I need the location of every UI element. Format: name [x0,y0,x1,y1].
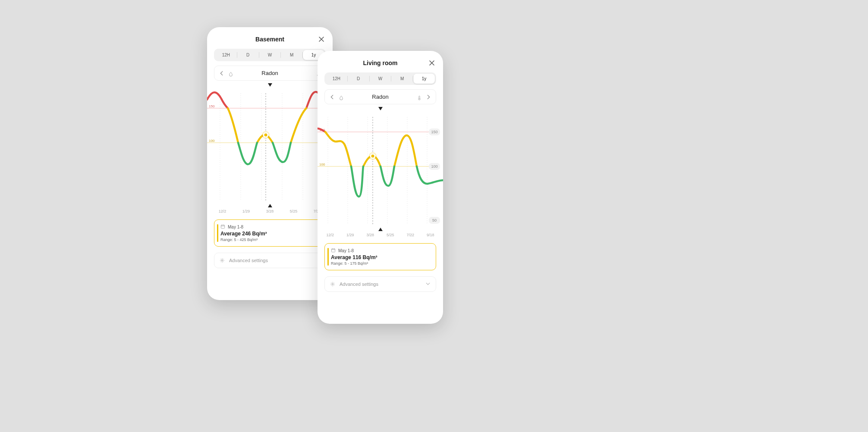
radon-line-chart[interactable]: 150 100 150 100 50 [318,110,443,231]
metric-selector: Radon [214,66,326,81]
advanced-settings-label: Advanced settings [229,258,268,263]
tab-d[interactable]: D [237,50,259,60]
humidity-icon [228,71,233,76]
y-badge: 100 [431,164,437,169]
screen-title: Basement [255,36,284,43]
x-label: 12/2 [326,233,334,237]
metric-title: Radon [372,94,388,100]
metric-selector: Radon [324,89,436,104]
metric-title: Radon [261,70,278,76]
tab-1y[interactable]: 1y [413,74,435,84]
calendar-icon [220,224,226,229]
summary-range: Range: 5 - 175 Bq/m³ [331,261,431,266]
x-axis-labels: 12/2 1/29 3/28 5/25 7/22 9/18 [320,233,440,237]
advanced-settings-button[interactable]: Advanced settings [214,253,326,268]
calendar-icon [331,248,336,253]
tab-12h[interactable]: 12H [215,50,237,60]
marker-top-icon [378,107,383,110]
tab-w[interactable]: W [370,74,391,84]
tab-d[interactable]: D [348,74,369,84]
tab-m[interactable]: M [281,50,302,60]
summary-date-label: May 1-8 [338,248,354,253]
x-label: 1/29 [242,209,250,213]
svg-rect-32 [331,249,335,252]
summary-average: Average 246 Bq/m³ [220,231,321,237]
screen-header: Basement [207,27,333,49]
timeframe-tabs: 12H D W M 1y [324,72,436,85]
svg-point-31 [371,154,375,158]
close-icon[interactable] [428,59,435,66]
phone-livingroom: Living room 12H D W M 1y Radon [318,51,443,324]
x-axis-labels: 12/2 1/29 3/28 5/25 7/22 [211,209,329,213]
advanced-settings-button[interactable]: Advanced settings [324,276,436,292]
thermometer-icon [417,94,422,100]
gear-icon [220,258,225,263]
x-label: 3/28 [366,233,374,237]
summary-average: Average 116 Bq/m³ [331,254,431,260]
x-label: 5/25 [290,209,298,213]
svg-rect-12 [221,225,224,229]
threshold-lower-label: 100 [209,139,215,143]
chart-area: 150 100 12/2 1/29 3/28 5/25 7/ [207,83,333,213]
prev-metric-icon[interactable] [329,94,335,100]
x-label: 5/25 [387,233,394,237]
svg-point-17 [419,98,420,99]
radon-line-chart[interactable]: 150 100 [207,87,333,207]
y-badge: 150 [431,130,437,134]
close-icon[interactable] [318,36,325,43]
next-metric-icon[interactable] [425,94,431,100]
timeframe-tabs: 12H D W M 1y [214,49,326,61]
x-label: 3/28 [266,209,274,213]
svg-point-36 [332,283,333,285]
svg-point-16 [221,260,223,261]
tab-m[interactable]: M [391,74,413,84]
marker-bottom-icon [378,228,383,231]
summary-card: May 1-8 Average 116 Bq/m³ Range: 5 - 175… [324,243,436,270]
gear-icon [330,282,335,287]
phone-basement: Basement 12H D W M 1y Radon [207,27,333,300]
y-badge: 50 [432,218,437,222]
x-label: 9/18 [427,233,434,237]
threshold-upper-label: 150 [209,104,215,108]
threshold-lower-label: 100 [319,163,325,166]
screen-title: Living room [363,59,397,66]
summary-date-label: May 1-8 [228,225,243,229]
summary-card: May 1-8 Average 246 Bq/m³ Range: 5 - 425… [214,219,326,247]
chart-area: 150 100 150 100 50 12/ [318,107,443,237]
summary-range: Range: 5 - 425 Bq/m³ [220,238,321,242]
humidity-icon [339,94,344,100]
svg-point-11 [264,133,268,137]
x-label: 1/29 [346,233,354,237]
marker-bottom-icon [268,204,272,207]
x-label: 12/2 [219,209,226,213]
marker-top-icon [268,83,272,87]
prev-metric-icon[interactable] [219,70,225,76]
advanced-settings-label: Advanced settings [340,282,378,287]
screen-header: Living room [318,51,443,72]
x-label: 7/22 [406,233,414,237]
chevron-down-icon [425,281,431,287]
tab-w[interactable]: W [259,50,281,60]
tab-12h[interactable]: 12H [326,74,347,84]
